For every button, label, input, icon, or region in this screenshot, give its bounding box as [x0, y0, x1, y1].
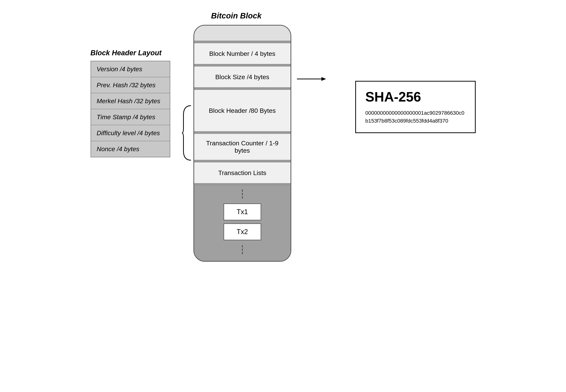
block-header-row: Block Header /80 Bytes	[194, 90, 290, 131]
header-item-difficulty: Difficulty level /4 bytes	[91, 125, 170, 141]
separator-3	[194, 87, 290, 90]
block-top-cap	[194, 26, 290, 41]
tx2-box: Tx2	[224, 223, 261, 240]
block-header-layout: Block Header Layout Version /4 bytes Pre…	[90, 49, 170, 157]
separator-6	[194, 183, 290, 186]
dash-2	[242, 193, 243, 195]
arrow-sha-section: SHA-256 00000000000000000001ac9029786630…	[291, 34, 476, 133]
brace-svg	[182, 104, 192, 162]
transaction-counter-row: Transaction Counter / 1-9 bytes	[194, 134, 290, 160]
dash-1	[242, 190, 243, 192]
center-column: Bitcoin Block Block Number / 4 bytes Blo…	[182, 11, 291, 262]
header-item-timestamp: Time Stamp /4 bytes	[91, 109, 170, 125]
transaction-list-row: Transaction Lists	[194, 162, 290, 183]
header-item-nonce: Nonce /4 bytes	[91, 141, 170, 157]
dash-5	[242, 249, 243, 251]
block-bottom-section: Tx1 Tx2	[194, 186, 290, 261]
dashed-line-bottom	[242, 245, 243, 254]
tx1-box: Tx1	[224, 203, 261, 220]
header-item-merkel-hash: Merkel Hash /32 bytes	[91, 93, 170, 109]
separator-5	[194, 160, 290, 162]
page-layout: Block Header Layout Version /4 bytes Pre…	[0, 0, 566, 392]
block-size-row: Block Size /4 bytes	[194, 67, 290, 87]
bitcoin-block-title: Bitcoin Block	[211, 11, 261, 20]
svg-marker-1	[321, 77, 326, 81]
sha-title: SHA-256	[365, 89, 421, 105]
arrow-svg	[297, 75, 327, 83]
block-header-title: Block Header Layout	[90, 49, 162, 57]
sha-section: SHA-256 00000000000000000001ac9029786630…	[355, 81, 476, 133]
block-number-row: Block Number / 4 bytes	[194, 43, 290, 64]
header-items: Version /4 bytes Prev. Hash /32 bytes Me…	[90, 61, 170, 157]
header-item-version: Version /4 bytes	[91, 61, 170, 77]
header-item-prev-hash: Prev. Hash /32 bytes	[91, 77, 170, 93]
dash-6	[242, 252, 243, 254]
dash-4	[242, 245, 243, 247]
separator-1	[194, 41, 290, 43]
arrow-section	[297, 75, 327, 83]
brace-section	[182, 104, 192, 162]
sha-hash: 00000000000000000001ac9029786630c0b153f7…	[365, 109, 465, 125]
block-container: Block Number / 4 bytes Block Size /4 byt…	[193, 25, 291, 262]
separator-2	[194, 64, 290, 67]
dashed-line-top	[242, 190, 243, 198]
dash-3	[242, 196, 243, 198]
left-column: Block Header Layout Version /4 bytes Pre…	[90, 11, 182, 157]
separator-4	[194, 131, 290, 134]
